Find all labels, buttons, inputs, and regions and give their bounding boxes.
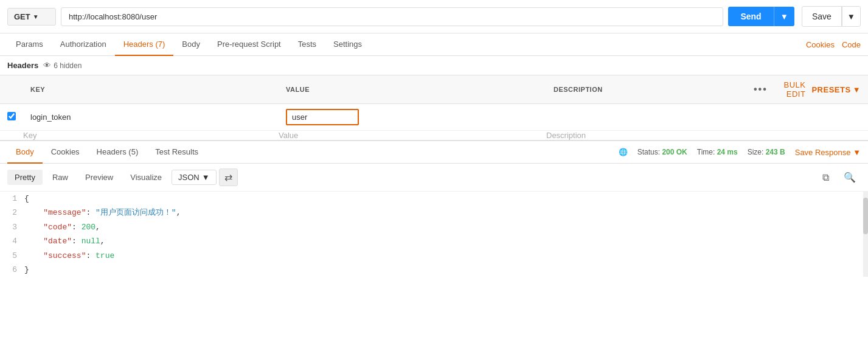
code-line-2: 2 "message": "用户页面访问成功！", [0, 206, 868, 220]
json-type-label: JSON [178, 173, 200, 182]
size-label: Size: 243 B [748, 148, 785, 156]
tab-pre-request-script[interactable]: Pre-request Script [209, 33, 290, 56]
row-desc-cell[interactable] [546, 104, 746, 131]
col-value-header: VALUE [279, 75, 546, 104]
col-actions-header: ••• Bulk Edit Presets ▼ [746, 75, 868, 104]
search-icon[interactable]: 🔍 [839, 169, 861, 186]
response-section: Body Cookies Headers (5) Test Results 🌐 … [0, 140, 868, 277]
row-value-cell[interactable]: user [279, 104, 546, 131]
method-select[interactable]: GET ▼ [7, 8, 56, 26]
method-label: GET [14, 12, 30, 21]
url-input[interactable] [61, 7, 723, 26]
tab-headers[interactable]: Headers (7) [115, 33, 174, 56]
presets-label: Presets [811, 85, 850, 94]
response-status-bar: 🌐 Status: 200 OK Time: 24 ms Size: 243 B… [619, 148, 861, 157]
status-label: Status: 200 OK [637, 148, 687, 156]
code-line-1: 1 { [0, 192, 868, 206]
scrollbar-thumb[interactable] [863, 198, 868, 234]
json-type-select[interactable]: JSON ▼ [172, 170, 217, 185]
code-line-5: 5 "success": true [0, 249, 868, 263]
col-desc-header: DESCRIPTION [546, 75, 746, 104]
save-response-button[interactable]: Save Response ▼ [795, 148, 861, 157]
save-button[interactable]: Save [802, 6, 842, 27]
placeholder-desc[interactable]: Description [546, 131, 746, 141]
send-button-group: Send ▼ [728, 7, 794, 26]
request-tabs-right: Cookies Code [806, 40, 861, 49]
request-tabs-row: Params Authorization Headers (7) Body Pr… [0, 33, 868, 56]
bulk-edit-button[interactable]: Bulk Edit [774, 80, 806, 99]
response-tab-test-results[interactable]: Test Results [147, 141, 207, 164]
response-tabs-left: Body Cookies Headers (5) Test Results [7, 141, 207, 163]
fmt-tab-pretty[interactable]: Pretty [7, 170, 43, 185]
code-link[interactable]: Code [842, 40, 861, 49]
code-line-6: 6 } [0, 263, 868, 277]
tab-body[interactable]: Body [173, 33, 209, 56]
value-highlighted[interactable]: user [286, 109, 359, 125]
headers-section: Headers 👁 6 hidden [0, 56, 868, 75]
tab-tests[interactable]: Tests [290, 33, 325, 56]
send-dropdown-button[interactable]: ▼ [774, 7, 794, 26]
hidden-badge[interactable]: 👁 6 hidden [43, 61, 82, 70]
response-tab-cookies[interactable]: Cookies [43, 141, 88, 164]
method-chevron-icon: ▼ [33, 13, 39, 20]
placeholder-key[interactable]: Key [23, 131, 279, 141]
scrollbar-track[interactable] [863, 192, 868, 277]
code-line-4: 4 "date": null, [0, 234, 868, 248]
url-bar: GET ▼ Send ▼ Save ▼ [0, 0, 868, 33]
fmt-tab-preview[interactable]: Preview [78, 170, 120, 185]
wrap-icon: ⇄ [224, 172, 232, 182]
size-value: 243 B [766, 148, 785, 156]
tab-authorization[interactable]: Authorization [52, 33, 115, 56]
fmt-tab-raw[interactable]: Raw [45, 170, 75, 185]
response-body-wrapper: 1 { 2 "message": "用户页面访问成功！", 3 "code": … [0, 192, 868, 277]
format-tabs-left: Pretty Raw Preview Visualize JSON ▼ ⇄ [7, 168, 238, 186]
hidden-count: 6 hidden [54, 61, 82, 70]
headers-table: KEY VALUE DESCRIPTION ••• Bulk Edit Pres… [0, 75, 868, 140]
format-bar: Pretty Raw Preview Visualize JSON ▼ ⇄ ⧉ … [0, 164, 868, 192]
row-checkbox[interactable] [7, 112, 16, 120]
placeholder-value[interactable]: Value [279, 131, 546, 141]
code-area: 1 { 2 "message": "用户页面访问成功！", 3 "code": … [0, 192, 868, 277]
tab-settings[interactable]: Settings [325, 33, 370, 56]
table-row: login_token user [0, 104, 868, 131]
row-checkbox-cell[interactable] [0, 104, 23, 131]
save-response-chevron-icon: ▼ [853, 148, 861, 157]
request-tabs-left: Params Authorization Headers (7) Body Pr… [7, 33, 370, 55]
save-chevron-icon: ▼ [847, 12, 855, 21]
send-chevron-icon: ▼ [780, 12, 788, 21]
wrap-button[interactable]: ⇄ [219, 168, 238, 186]
save-dropdown-button[interactable]: ▼ [842, 6, 861, 27]
send-button[interactable]: Send [728, 7, 773, 26]
presets-chevron-icon: ▼ [853, 85, 861, 94]
placeholder-row: Key Value Description [0, 131, 868, 141]
response-tab-headers[interactable]: Headers (5) [88, 141, 147, 164]
headers-label: Headers [7, 61, 38, 70]
col-key-header: KEY [23, 75, 279, 104]
tab-params[interactable]: Params [7, 33, 52, 56]
presets-button[interactable]: Presets ▼ [811, 85, 861, 94]
row-key-cell[interactable]: login_token [23, 104, 279, 131]
code-line-3: 3 "code": 200, [0, 220, 868, 234]
copy-icon[interactable]: ⧉ [818, 170, 834, 186]
fmt-tab-visualize[interactable]: Visualize [123, 170, 169, 185]
more-icon[interactable]: ••• [754, 84, 768, 95]
save-button-group: Save ▼ [802, 6, 861, 27]
row-actions-cell [746, 104, 868, 131]
eye-icon: 👁 [43, 61, 51, 70]
globe-icon: 🌐 [619, 148, 628, 156]
format-right-actions: ⧉ 🔍 [818, 169, 861, 186]
status-value: 200 OK [662, 148, 687, 156]
response-tab-body[interactable]: Body [7, 141, 43, 164]
json-chevron-icon: ▼ [202, 173, 210, 182]
time-label: Time: 24 ms [697, 148, 738, 156]
time-value: 24 ms [717, 148, 738, 156]
response-tabs-row: Body Cookies Headers (5) Test Results 🌐 … [0, 141, 868, 164]
cookies-link[interactable]: Cookies [806, 40, 835, 49]
